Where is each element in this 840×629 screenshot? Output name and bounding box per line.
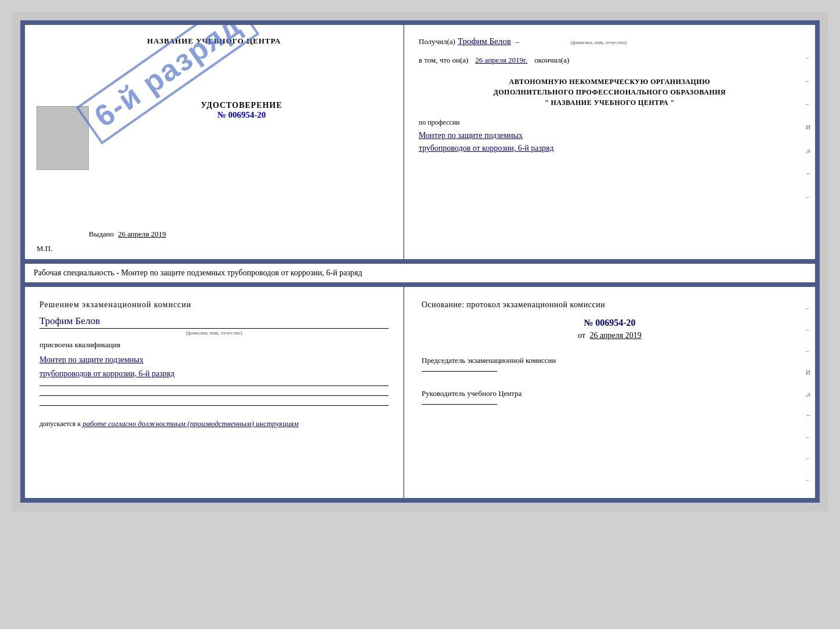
qualification-text: Монтер по защите подземных трубопроводов… [39,353,389,381]
org-line1: АВТОНОМНУЮ НЕКОММЕРЧЕСКУЮ ОРГАНИЗАЦИЮ [419,77,801,87]
profession-label: по профессии [419,118,801,127]
issued-date: 26 апреля 2019 [118,230,166,238]
director-signature-line [422,404,497,405]
prot-date-val: 26 апреля 2019 [590,331,642,340]
chairman-label: Председатель экзаменационной комиссии [422,355,798,366]
completion-date: 26 апреля 2019г. [475,56,527,65]
fio-sub-top: (фамилия, имя, отчество) [570,39,627,45]
udostoverenie-label: УДОСТОВЕРЕНИЕ [201,101,282,110]
page-container: НАЗВАНИЕ УЧЕБНОГО ЦЕНТРА 6-й разряд УДОС… [12,12,828,511]
bottom-name: Трофим Белов [39,315,389,329]
decision-text: Решением экзаменационной комиссии [39,299,389,311]
osnov-text: Основание: протокол экзаменационной коми… [422,299,798,311]
org-text: АВТОНОМНУЮ НЕКОММЕРЧЕСКУЮ ОРГАНИЗАЦИЮ ДО… [419,77,801,108]
qualification-line2: трубопроводов от коррозии, 6-й разряд [39,369,175,378]
org-line3: " НАЗВАНИЕ УЧЕБНОГО ЦЕНТРА " [419,97,801,108]
prot-date: от 26 апреля 2019 [422,331,798,340]
received-label: Получил(а) [419,37,455,46]
director-label: Руководитель учебного Центра [422,388,798,399]
kvalif-label: присвоена квалификация [39,340,389,350]
blank-line-1 [39,386,389,386]
completed-label: окончил(а) [534,56,569,65]
cert-bottom-right: Основание: протокол экзаменационной коми… [404,287,815,498]
right-dashes-top: –––И,а←– [806,54,812,200]
cert-bottom-left: Решением экзаменационной комиссии Трофим… [25,287,404,498]
допускается-block: допускается к работе согласно должностны… [39,419,389,428]
in-that-line: в том, что он(а) 26 апреля 2019г. окончи… [419,56,801,65]
blank-line-3 [39,405,389,406]
profession-text-top-line2: трубопроводов от коррозии, 6-й разряд [419,144,554,152]
right-dashes-bottom: –––И,а←–––– [806,304,812,503]
between-text: Рабочая специальность - Монтер по защите… [20,264,820,282]
issued-line: Выдано 26 апреля 2019 [89,230,166,239]
fio-sub-bottom: (фамилия, имя, отчество) [39,330,389,336]
photo-placeholder [37,106,89,170]
допускается-label: допускается к [39,420,81,428]
cert-top-right: Получил(а) Трофим Белов – (фамилия, имя,… [404,25,815,259]
cert-top-left: НАЗВАНИЕ УЧЕБНОГО ЦЕНТРА 6-й разряд УДОС… [25,25,404,259]
bottom-certificate: Решением экзаменационной комиссии Трофим… [20,282,820,503]
org-line2: ДОПОЛНИТЕЛЬНОГО ПРОФЕССИОНАЛЬНОГО ОБРАЗО… [419,87,801,97]
profession-text-top: Монтер по защите подземных трубопроводов… [419,129,801,155]
received-line: Получил(а) Трофим Белов – (фамилия, имя,… [419,37,801,46]
cert-number: № 006954-20 [201,110,282,120]
prot-date-prefix: от [578,331,585,340]
issued-label: Выдано [89,230,114,238]
prot-number: № 006954-20 [422,318,798,328]
in-that-label: в том, что он(а) [419,56,469,65]
dash1: – [516,37,520,46]
mp-label: М.П. [37,244,52,253]
udostoverenie-block: УДОСТОВЕРЕНИЕ № 006954-20 [201,101,282,120]
recipient-name: Трофим Белов [458,37,511,46]
chairman-block: Председатель экзаменационной комиссии [422,355,798,377]
blank-line-2 [39,395,389,396]
допускается-text: работе согласно должностным (производств… [82,419,298,428]
chairman-signature-line [422,371,497,372]
director-block: Руководитель учебного Центра [422,388,798,410]
top-certificate: НАЗВАНИЕ УЧЕБНОГО ЦЕНТРА 6-й разряд УДОС… [20,20,820,264]
